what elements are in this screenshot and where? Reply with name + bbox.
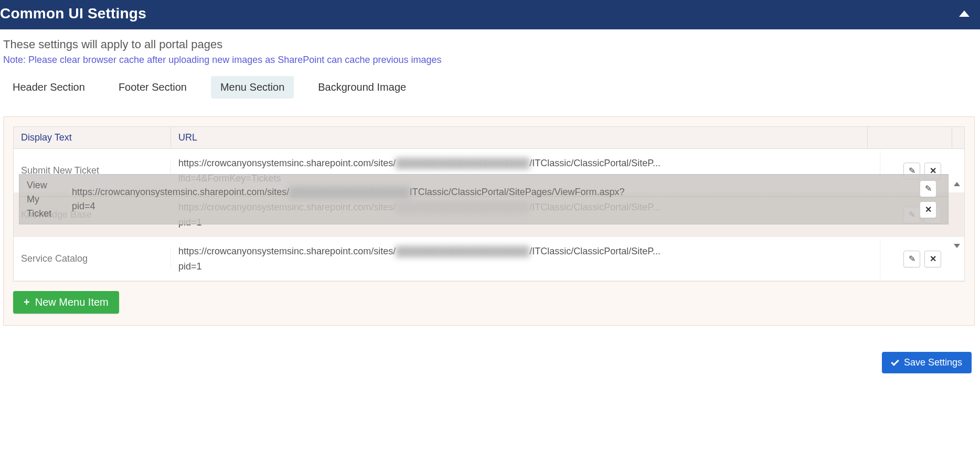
drop-indicator-line <box>19 196 949 197</box>
cell-display-text: Knowledge Base <box>14 204 171 225</box>
menu-section-panel: Display Text URL View My Ticket https://… <box>3 116 975 326</box>
close-icon <box>930 210 936 220</box>
url-line2: pid=1 <box>178 215 872 230</box>
col-header-display-text[interactable]: Display Text <box>14 127 171 148</box>
url-suffix: /ITClassic/ClassicPortal/SiteP... <box>529 202 661 212</box>
cell-display-text: Service Catalog <box>14 248 171 270</box>
check-icon <box>891 358 899 366</box>
save-settings-label: Save Settings <box>904 357 962 368</box>
close-icon <box>930 254 936 264</box>
scroll-up-icon[interactable] <box>954 182 960 186</box>
scroll-down-icon[interactable] <box>954 244 960 248</box>
url-prefix: https://crowcanyonsystemsinc.sharepoint.… <box>178 202 396 212</box>
tab-header-section[interactable]: Header Section <box>3 76 94 99</box>
pencil-icon <box>909 166 915 176</box>
edit-button[interactable] <box>903 251 920 267</box>
url-prefix: https://crowcanyonsystemsinc.sharepoint.… <box>178 158 396 168</box>
plus-icon: + <box>24 296 30 308</box>
tabs: Header Section Footer Section Menu Secti… <box>3 76 975 99</box>
new-menu-item-button[interactable]: + New Menu Item <box>13 291 119 314</box>
edit-button[interactable] <box>903 207 920 223</box>
url-suffix: /ITClassic/ClassicPortal/SiteP... <box>529 246 661 256</box>
url-redacted: ████████████████████ <box>396 246 529 256</box>
panel-title: Common UI Settings <box>0 5 146 22</box>
menu-grid: Display Text URL View My Ticket https://… <box>13 126 965 282</box>
panel-header: Common UI Settings <box>0 0 980 29</box>
col-header-url[interactable]: URL <box>171 127 868 148</box>
cell-url: https://crowcanyonsystemsinc.sharepoint.… <box>171 150 880 191</box>
footer-actions: Save Settings <box>0 331 980 380</box>
url-redacted: ████████████████████ <box>396 158 529 168</box>
url-line2: pid=1 <box>178 259 872 274</box>
table-row[interactable]: Service Catalog https://crowcanyonsystem… <box>14 237 964 281</box>
col-header-actions <box>868 127 952 148</box>
delete-button[interactable] <box>924 251 941 267</box>
table-row[interactable]: Submit New Ticket https://crowcanyonsyst… <box>14 149 964 193</box>
tab-footer-section[interactable]: Footer Section <box>109 76 196 99</box>
new-menu-item-label: New Menu Item <box>35 296 109 308</box>
pencil-icon <box>909 210 915 220</box>
scroll-handle <box>951 149 963 281</box>
pencil-icon <box>909 254 915 264</box>
edit-button[interactable] <box>903 163 920 179</box>
delete-button[interactable] <box>924 163 941 179</box>
grid-header-row: Display Text URL <box>14 127 964 149</box>
close-icon <box>930 166 936 176</box>
url-suffix: /ITClassic/ClassicPortal/SiteP... <box>529 158 661 168</box>
url-redacted: ████████████████████ <box>396 202 529 212</box>
tab-background-image[interactable]: Background Image <box>308 76 416 99</box>
col-header-scroll <box>952 127 964 148</box>
collapse-caret-icon[interactable] <box>959 10 970 17</box>
url-prefix: https://crowcanyonsystemsinc.sharepoint.… <box>178 246 396 256</box>
url-line2: lfid=4&FormKey=Tickets <box>178 171 872 186</box>
cache-note: Note: Please clear browser cache after u… <box>3 55 975 66</box>
cell-url: https://crowcanyonsystemsinc.sharepoint.… <box>171 195 880 235</box>
cell-url: https://crowcanyonsystemsinc.sharepoint.… <box>171 239 880 280</box>
intro-text: These settings will apply to all portal … <box>3 38 975 51</box>
save-settings-button[interactable]: Save Settings <box>882 352 972 373</box>
cell-display-text: Submit New Ticket <box>14 160 171 181</box>
panel-content: These settings will apply to all portal … <box>0 29 980 331</box>
delete-button[interactable] <box>924 207 941 223</box>
table-row[interactable]: Knowledge Base https://crowcanyonsystems… <box>14 193 964 237</box>
grid-body: View My Ticket https://crowcanyonsystems… <box>14 149 964 281</box>
tab-menu-section[interactable]: Menu Section <box>211 76 294 99</box>
